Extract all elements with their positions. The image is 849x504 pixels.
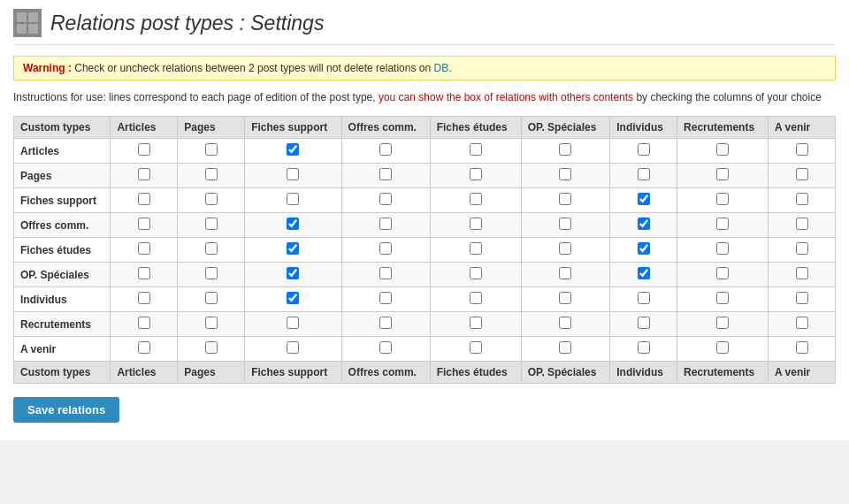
- save-relations-button[interactable]: Save relations: [13, 397, 119, 423]
- checkbox-1-2[interactable]: [287, 168, 299, 180]
- checkbox-3-3[interactable]: [379, 218, 392, 230]
- cell-3-1: [178, 213, 245, 238]
- table-row: Recrutements: [14, 312, 836, 337]
- checkbox-8-2[interactable]: [287, 341, 299, 354]
- checkbox-3-1[interactable]: [205, 218, 218, 230]
- checkbox-2-6[interactable]: [638, 193, 650, 205]
- checkbox-5-3[interactable]: [379, 267, 392, 279]
- col-header-pages: Pages: [178, 117, 245, 139]
- checkbox-4-3[interactable]: [379, 242, 392, 255]
- cell-5-8: [769, 263, 836, 287]
- checkbox-1-0[interactable]: [138, 168, 150, 180]
- checkbox-1-1[interactable]: [205, 168, 218, 180]
- checkbox-7-7[interactable]: [716, 317, 729, 329]
- checkbox-6-1[interactable]: [205, 292, 218, 304]
- checkbox-6-0[interactable]: [138, 292, 150, 304]
- checkbox-4-8[interactable]: [796, 242, 808, 255]
- checkbox-6-2[interactable]: [287, 292, 299, 304]
- checkbox-5-8[interactable]: [796, 267, 808, 279]
- checkbox-7-2[interactable]: [287, 317, 299, 329]
- checkbox-7-3[interactable]: [379, 317, 392, 329]
- checkbox-8-4[interactable]: [470, 341, 482, 354]
- checkbox-3-2[interactable]: [287, 218, 299, 230]
- cell-6-4: [430, 287, 521, 312]
- cell-8-4: [430, 337, 521, 362]
- checkbox-7-8[interactable]: [796, 317, 808, 329]
- checkbox-5-4[interactable]: [470, 267, 482, 279]
- checkbox-3-0[interactable]: [138, 218, 150, 230]
- checkbox-7-6[interactable]: [638, 317, 650, 329]
- checkbox-5-7[interactable]: [716, 267, 729, 279]
- checkbox-2-2[interactable]: [287, 193, 299, 205]
- cell-1-6: [610, 164, 677, 188]
- checkbox-3-6[interactable]: [638, 218, 650, 230]
- checkbox-2-7[interactable]: [716, 193, 729, 205]
- checkbox-1-7[interactable]: [716, 168, 729, 180]
- checkbox-6-4[interactable]: [470, 292, 482, 304]
- checkbox-3-4[interactable]: [470, 218, 482, 230]
- checkbox-3-7[interactable]: [716, 218, 729, 230]
- checkbox-0-5[interactable]: [559, 143, 571, 156]
- warning-box: Warning : Check or uncheck relations bet…: [13, 56, 836, 80]
- checkbox-4-5[interactable]: [559, 242, 571, 255]
- checkbox-7-5[interactable]: [559, 317, 571, 329]
- checkbox-8-8[interactable]: [796, 341, 808, 354]
- cell-5-7: [677, 263, 769, 287]
- checkbox-0-8[interactable]: [796, 143, 808, 156]
- checkbox-1-5[interactable]: [559, 168, 571, 180]
- checkbox-2-1[interactable]: [205, 193, 218, 205]
- cell-5-1: [178, 263, 245, 287]
- checkbox-2-4[interactable]: [470, 193, 482, 205]
- checkbox-0-4[interactable]: [470, 143, 482, 156]
- checkbox-6-8[interactable]: [796, 292, 808, 304]
- checkbox-7-0[interactable]: [138, 317, 150, 329]
- checkbox-0-3[interactable]: [379, 143, 392, 156]
- checkbox-2-5[interactable]: [559, 193, 571, 205]
- cell-0-3: [341, 139, 430, 164]
- checkbox-4-1[interactable]: [205, 242, 218, 255]
- checkbox-4-0[interactable]: [138, 242, 150, 255]
- checkbox-3-5[interactable]: [559, 218, 571, 230]
- checkbox-6-5[interactable]: [559, 292, 571, 304]
- checkbox-8-5[interactable]: [559, 341, 571, 354]
- cell-6-7: [677, 287, 769, 312]
- checkbox-6-3[interactable]: [379, 292, 392, 304]
- checkbox-1-6[interactable]: [638, 168, 650, 180]
- checkbox-8-0[interactable]: [138, 341, 150, 354]
- checkbox-1-8[interactable]: [796, 168, 808, 180]
- checkbox-5-1[interactable]: [205, 267, 218, 279]
- col-header-fiches-support: Fiches support: [245, 117, 341, 139]
- checkbox-4-4[interactable]: [470, 242, 482, 255]
- checkbox-0-0[interactable]: [138, 143, 150, 156]
- checkbox-0-2[interactable]: [287, 143, 299, 156]
- checkbox-8-1[interactable]: [205, 341, 218, 354]
- checkbox-4-6[interactable]: [638, 242, 650, 255]
- checkbox-5-5[interactable]: [559, 267, 571, 279]
- cell-4-1: [178, 238, 245, 263]
- checkbox-5-2[interactable]: [287, 267, 299, 279]
- checkbox-0-6[interactable]: [638, 143, 650, 156]
- row-label-fichesétudes: Fiches études: [14, 238, 111, 263]
- checkbox-7-1[interactable]: [205, 317, 218, 329]
- checkbox-3-8[interactable]: [796, 218, 808, 230]
- checkbox-2-3[interactable]: [379, 193, 392, 205]
- checkbox-0-7[interactable]: [716, 143, 729, 156]
- checkbox-8-7[interactable]: [716, 341, 729, 354]
- cell-8-1: [178, 337, 245, 362]
- checkbox-4-2[interactable]: [287, 242, 299, 255]
- checkbox-2-0[interactable]: [138, 193, 150, 205]
- svg-rect-0: [17, 12, 27, 22]
- checkbox-6-7[interactable]: [716, 292, 729, 304]
- checkbox-1-3[interactable]: [379, 168, 392, 180]
- checkbox-1-4[interactable]: [470, 168, 482, 180]
- checkbox-8-6[interactable]: [638, 341, 650, 354]
- checkbox-0-1[interactable]: [205, 143, 218, 156]
- checkbox-7-4[interactable]: [470, 317, 482, 329]
- checkbox-6-6[interactable]: [638, 292, 650, 304]
- checkbox-2-8[interactable]: [796, 193, 808, 205]
- checkbox-8-3[interactable]: [379, 341, 392, 354]
- cell-7-1: [178, 312, 245, 337]
- checkbox-5-6[interactable]: [638, 267, 650, 279]
- checkbox-4-7[interactable]: [716, 242, 729, 255]
- checkbox-5-0[interactable]: [138, 267, 150, 279]
